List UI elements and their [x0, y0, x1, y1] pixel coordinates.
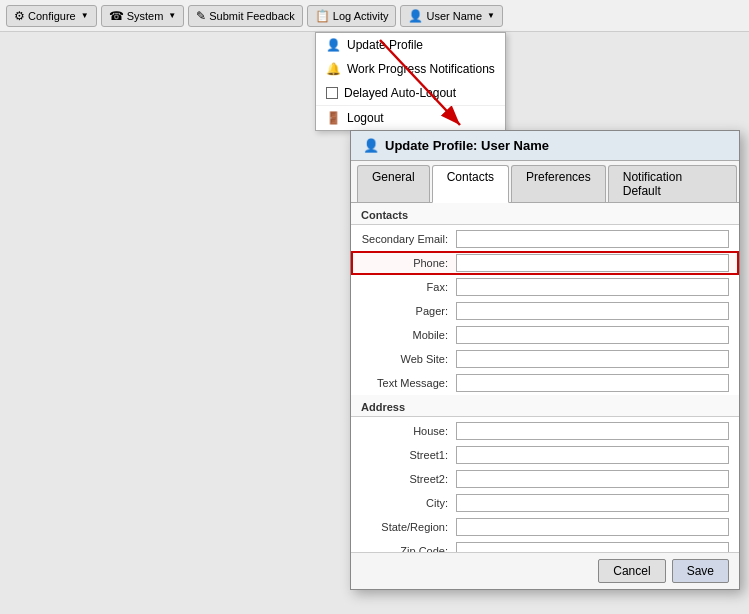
web-site-input[interactable] — [456, 350, 729, 368]
feedback-icon: ✎ — [196, 9, 206, 23]
house-row: House: — [351, 419, 739, 443]
city-label: City: — [361, 497, 456, 509]
web-site-row: Web Site: — [351, 347, 739, 371]
contacts-section: Contacts Secondary Email: Phone: Fax: Pa… — [351, 203, 739, 395]
logout-icon: 🚪 — [326, 111, 341, 125]
modal-tabs: General Contacts Preferences Notificatio… — [351, 161, 739, 203]
pager-label: Pager: — [361, 305, 456, 317]
system-caret-icon: ▼ — [168, 11, 176, 20]
city-row: City: — [351, 491, 739, 515]
state-region-input[interactable] — [456, 518, 729, 536]
user-icon: 👤 — [408, 9, 423, 23]
configure-button[interactable]: ⚙ Configure ▼ — [6, 5, 97, 27]
street2-input[interactable] — [456, 470, 729, 488]
user-name-button[interactable]: 👤 User Name ▼ — [400, 5, 503, 27]
secondary-email-row: Secondary Email: — [351, 227, 739, 251]
tab-general[interactable]: General — [357, 165, 430, 202]
zip-code-label: Zip Code: — [361, 545, 456, 552]
street1-label: Street1: — [361, 449, 456, 461]
street1-row: Street1: — [351, 443, 739, 467]
phone-label: Phone: — [361, 257, 456, 269]
street2-row: Street2: — [351, 467, 739, 491]
house-input[interactable] — [456, 422, 729, 440]
username-caret-icon: ▼ — [487, 11, 495, 20]
street2-label: Street2: — [361, 473, 456, 485]
tab-notification-default[interactable]: Notification Default — [608, 165, 737, 202]
modal-title: Update Profile: User Name — [385, 138, 549, 153]
system-button[interactable]: ☎ System ▼ — [101, 5, 185, 27]
user-profile-icon: 👤 — [326, 38, 341, 52]
fax-input[interactable] — [456, 278, 729, 296]
house-label: House: — [361, 425, 456, 437]
modal-title-bar: 👤 Update Profile: User Name — [351, 131, 739, 161]
phone-input[interactable] — [456, 254, 729, 272]
dropdown-item-delayed-logout[interactable]: Delayed Auto-Logout — [316, 81, 505, 105]
phone-row: Phone: — [351, 251, 739, 275]
modal-user-icon: 👤 — [363, 138, 379, 153]
secondary-email-label: Secondary Email: — [361, 233, 456, 245]
cancel-button[interactable]: Cancel — [598, 559, 665, 583]
submit-feedback-button[interactable]: ✎ Submit Feedback — [188, 5, 303, 27]
save-button[interactable]: Save — [672, 559, 729, 583]
toolbar: ⚙ Configure ▼ ☎ System ▼ ✎ Submit Feedba… — [0, 0, 749, 32]
state-region-label: State/Region: — [361, 521, 456, 533]
web-site-label: Web Site: — [361, 353, 456, 365]
bell-icon: 🔔 — [326, 62, 341, 76]
modal-content: Contacts Secondary Email: Phone: Fax: Pa… — [351, 203, 739, 552]
tab-preferences[interactable]: Preferences — [511, 165, 606, 202]
mobile-row: Mobile: — [351, 323, 739, 347]
system-icon: ☎ — [109, 9, 124, 23]
fax-label: Fax: — [361, 281, 456, 293]
city-input[interactable] — [456, 494, 729, 512]
mobile-label: Mobile: — [361, 329, 456, 341]
dropdown-item-logout[interactable]: 🚪 Logout — [316, 106, 505, 130]
zip-code-row: Zip Code: — [351, 539, 739, 552]
tab-contacts[interactable]: Contacts — [432, 165, 509, 203]
dropdown-item-update-profile[interactable]: 👤 Update Profile — [316, 33, 505, 57]
text-message-input[interactable] — [456, 374, 729, 392]
text-message-label: Text Message: — [361, 377, 456, 389]
dropdown-item-work-progress[interactable]: 🔔 Work Progress Notifications — [316, 57, 505, 81]
zip-code-input[interactable] — [456, 542, 729, 552]
user-dropdown-menu: 👤 Update Profile 🔔 Work Progress Notific… — [315, 32, 506, 131]
configure-caret-icon: ▼ — [81, 11, 89, 20]
gear-icon: ⚙ — [14, 9, 25, 23]
mobile-input[interactable] — [456, 326, 729, 344]
modal-footer: Cancel Save — [351, 552, 739, 589]
contacts-section-header: Contacts — [351, 203, 739, 225]
address-section-header: Address — [351, 395, 739, 417]
pager-input[interactable] — [456, 302, 729, 320]
state-region-row: State/Region: — [351, 515, 739, 539]
pager-row: Pager: — [351, 299, 739, 323]
fax-row: Fax: — [351, 275, 739, 299]
log-icon: 📋 — [315, 9, 330, 23]
street1-input[interactable] — [456, 446, 729, 464]
update-profile-modal: 👤 Update Profile: User Name General Cont… — [350, 130, 740, 590]
address-section: Address House: Street1: Street2: City: S… — [351, 395, 739, 552]
log-activity-button[interactable]: 📋 Log Activity — [307, 5, 397, 27]
secondary-email-input[interactable] — [456, 230, 729, 248]
checkbox-icon — [326, 87, 338, 99]
text-message-row: Text Message: — [351, 371, 739, 395]
